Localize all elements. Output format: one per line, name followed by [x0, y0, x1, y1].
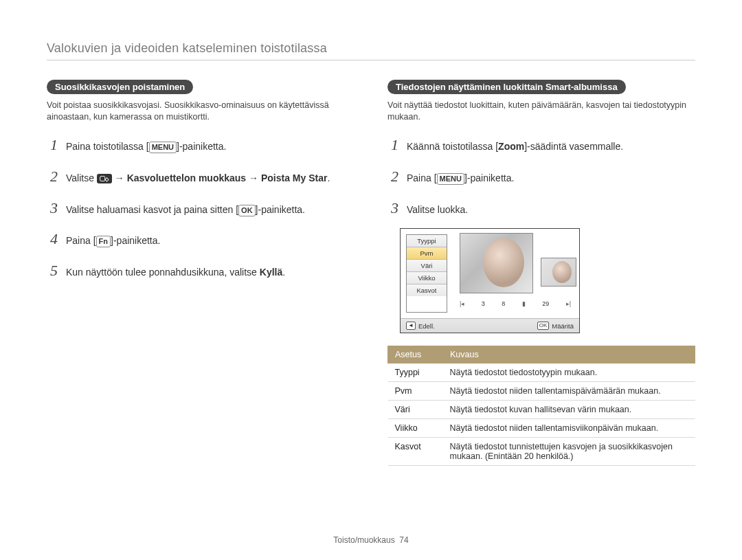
table-header: Asetus — [388, 346, 443, 363]
ok-key: OK — [238, 205, 256, 216]
right-column: Tiedostojen näyttäminen luokittain Smart… — [387, 80, 695, 466]
thumbnail-small — [541, 258, 576, 287]
screenshot-menu-item: Kasvot — [407, 284, 447, 296]
settings-chip-icon — [97, 174, 112, 183]
table-cell-desc: Näytä tiedostot niiden tallentamispäiväm… — [443, 382, 695, 401]
right-steps: 1 Käännä toistotilassa [Zoom]-säädintä v… — [387, 134, 695, 219]
camera-screenshot: Tyyppi Pvm Väri Viikko Kasvot |◂ 3 8 — [400, 228, 580, 333]
table-cell-desc: Näytä tiedostot tunnistettujen kasvojen … — [443, 438, 695, 466]
footer-page-number: 74 — [399, 535, 408, 545]
thumbnail-large — [460, 233, 533, 293]
footer-right: OK Määritä — [537, 322, 574, 330]
table-row: Viikko Näytä tiedostot niiden tallentami… — [388, 419, 695, 438]
face-icon — [552, 261, 572, 283]
page-title: Valokuvien ja videoiden katseleminen toi… — [47, 41, 695, 56]
step-number: 1 — [47, 134, 58, 156]
left-steps: 1 Paina toistotilassa [MENU]-painiketta.… — [47, 134, 355, 282]
step-text: Valitse luokka. — [407, 203, 468, 216]
table-cell-desc: Näytä tiedostot kuvan hallitsevan värin … — [443, 401, 695, 419]
screenshot-menu: Tyyppi Pvm Väri Viikko Kasvot — [406, 234, 447, 313]
left-column: Suosikkikasvojen poistaminen Voit poista… — [47, 80, 355, 466]
strip-value: 8 — [502, 300, 505, 307]
step-number: 3 — [387, 197, 398, 219]
step-text: Paina [Fn]-painiketta. — [66, 234, 160, 247]
step-number: 2 — [47, 166, 58, 188]
title-rule — [47, 60, 695, 60]
table-header: Kuvaus — [443, 346, 695, 363]
footer-left: ◄ Edell. — [406, 322, 435, 330]
table-cell-setting: Viikko — [388, 419, 443, 438]
step-text: Paina toistotilassa [MENU]-painiketta. — [66, 139, 226, 153]
section-pill-right: Tiedostojen näyttäminen luokittain Smart… — [387, 80, 626, 94]
step-text: Kun näyttöön tulee ponnahdusikkuna, vali… — [66, 265, 285, 279]
step-number: 3 — [47, 197, 58, 219]
svg-rect-0 — [100, 176, 105, 181]
table-row: Pvm Näytä tiedostot niiden tallentamispä… — [388, 382, 695, 401]
screenshot-footer: ◄ Edell. OK Määritä — [401, 318, 579, 333]
strip-cursor-icon: ▮ — [522, 300, 526, 307]
step-number: 2 — [387, 166, 398, 188]
table-cell-setting: Kasvot — [388, 438, 443, 466]
menu-key: MENU — [149, 142, 177, 153]
page-footer: Toisto/muokkaus 74 — [0, 535, 742, 545]
screenshot-menu-item-selected: Pvm — [407, 247, 447, 260]
right-intro: Voit näyttää tiedostot luokittain, kuten… — [387, 100, 695, 123]
menu-key: MENU — [437, 173, 464, 185]
table-cell-setting: Väri — [388, 401, 443, 419]
table-cell-setting: Tyyppi — [388, 363, 443, 382]
table-row: Väri Näytä tiedostot kuvan hallitsevan v… — [388, 401, 695, 419]
screenshot-menu-item: Viikko — [407, 272, 447, 284]
strip-end-icon: ▸| — [566, 300, 571, 307]
step-number: 1 — [387, 134, 398, 156]
timeline-strip: |◂ 3 8 ▮ 29 ▸| — [460, 298, 571, 310]
strip-start-icon: |◂ — [460, 300, 464, 307]
table-row: Kasvot Näytä tiedostot tunnistettujen ka… — [388, 438, 695, 466]
screenshot-preview: |◂ 3 8 ▮ 29 ▸| — [453, 233, 574, 314]
footer-section: Toisto/muokkaus — [333, 535, 394, 545]
section-pill-left: Suosikkikasvojen poistaminen — [47, 80, 193, 94]
table-cell-desc: Näytä tiedostot tiedostotyypin mukaan. — [443, 363, 695, 382]
table-row: Tyyppi Näytä tiedostot tiedostotyypin mu… — [388, 363, 695, 382]
fn-key: Fn — [96, 236, 111, 247]
step-text: Paina [MENU]-painiketta. — [407, 171, 514, 185]
settings-table: Asetus Kuvaus Tyyppi Näytä tiedostot tie… — [387, 346, 695, 466]
table-cell-setting: Pvm — [388, 382, 443, 401]
step-number: 5 — [47, 260, 58, 282]
strip-value: 3 — [482, 300, 485, 307]
strip-value: 29 — [542, 300, 549, 307]
left-intro: Voit poistaa suosikkikasvojasi. Suosikki… — [47, 100, 355, 123]
table-cell-desc: Näytä tiedostot niiden tallentamisviikon… — [443, 419, 695, 438]
step-number: 4 — [47, 228, 58, 250]
ok-key-icon: OK — [537, 322, 550, 330]
screenshot-menu-item: Väri — [407, 260, 447, 272]
step-text: Valitse → Kasvoluettelon muokkaus → Pois… — [66, 171, 330, 185]
step-text: Käännä toistotilassa [Zoom]-säädintä vas… — [407, 139, 623, 153]
back-key-icon: ◄ — [406, 322, 416, 330]
face-icon — [483, 238, 524, 287]
screenshot-menu-item: Tyyppi — [407, 235, 447, 247]
step-text: Valitse haluamasi kasvot ja paina sitten… — [66, 203, 305, 216]
